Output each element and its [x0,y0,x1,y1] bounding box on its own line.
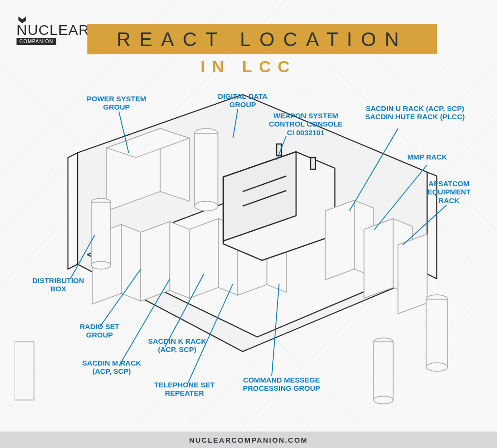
title-banner: REACT LOCATION [87,24,437,54]
svg-rect-36 [15,342,34,400]
logo-title: NUCLEAR [17,23,89,36]
svg-marker-11 [121,224,141,301]
footer-bar: NUCLEARCOMPANION.COM [0,432,497,448]
page-subtitle: IN LCC [0,57,497,76]
label-distribution-box: DISTRIBUTIONBOX [24,276,92,293]
label-sacdin-m-rack: SACDIN M RACK(ACP, SCP) [68,359,155,376]
svg-point-38 [374,396,393,404]
svg-rect-8 [195,133,218,206]
svg-rect-37 [374,342,393,400]
svg-rect-23 [311,158,315,169]
svg-marker-2 [68,153,78,269]
logo-subtitle: COMPANION [17,38,56,45]
svg-marker-28 [398,234,427,314]
svg-rect-33 [426,299,447,367]
svg-rect-30 [91,202,111,265]
label-telephone-repeater: TELEPHONE SETREPEATER [143,381,226,398]
label-radio-set-group: RADIO SETGROUP [68,322,131,339]
label-afsatcom: AFSATCOMEQUIPMENTRACK [417,179,480,205]
label-command-processing: COMMAND MESSEGEPROCESSING GROUP [233,376,330,393]
label-digital-data-group: DIGITAL DATAGROUP [209,92,277,109]
label-power-system-group: POWER SYSTEMGROUP [78,95,155,112]
page-title: REACT LOCATION [116,29,407,50]
footer-text: NUCLEARCOMPANION.COM [189,436,308,444]
svg-marker-14 [189,219,218,298]
svg-marker-24 [325,200,354,280]
svg-point-9 [195,201,218,211]
label-sacdin-u-hute: SACDIN U RACK (ACP, SCP)SACDIN HUTE RACK… [359,104,471,121]
svg-marker-26 [364,219,393,298]
label-sacdin-k-rack: SACDIN K RACK(ACP, SCP) [138,337,216,354]
label-weapon-console: WEAPON SYSTEMCONTROL CONSOLECI 0032101 [262,112,349,137]
label-mmp-rack: MMP RACK [398,153,456,161]
svg-point-31 [91,261,111,269]
svg-marker-13 [170,222,189,298]
svg-marker-12 [141,222,170,301]
lcc-diagram: POWER SYSTEMGROUP DIGITAL DATAGROUP WEAP… [15,90,482,410]
svg-point-34 [426,363,447,371]
brand-logo: NUCLEAR COMPANION [17,16,89,45]
